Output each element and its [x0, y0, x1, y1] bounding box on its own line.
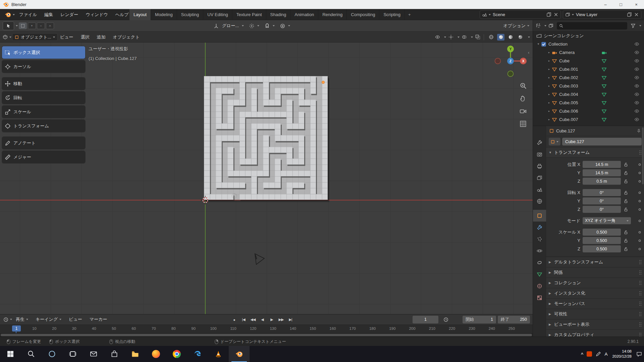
workspace-tab-layout[interactable]: Layout [129, 9, 151, 20]
object-name-field[interactable]: Cube.127 [562, 138, 642, 145]
camera-object[interactable] [252, 252, 267, 266]
outliner-row-camera[interactable]: ▸Camera [533, 48, 644, 57]
properties-tab-view-layer[interactable] [533, 172, 546, 184]
expand-arrow-icon[interactable]: ▸ [546, 76, 552, 79]
topbar-menu-2[interactable]: レンダー [57, 9, 82, 20]
select-mode-extend-button[interactable]: + [28, 22, 36, 29]
shading-rendered-button[interactable] [517, 34, 524, 41]
expand-arrow-icon[interactable]: ▸ [546, 93, 552, 96]
taskbar-media-player[interactable] [208, 346, 229, 362]
ime-indicator[interactable]: A [604, 352, 607, 357]
taskbar-task-view[interactable] [62, 346, 83, 362]
maximize-button[interactable]: □ [613, 0, 629, 9]
object-id-chip[interactable] [549, 138, 560, 145]
outliner-row-cube-001[interactable]: ▸Cube.001 [533, 65, 644, 73]
section-3[interactable]: ▶インスタンス化 [546, 288, 644, 298]
options-dropdown[interactable]: オプション [503, 23, 526, 29]
lock-icon[interactable] [624, 162, 628, 167]
display-mode-icon[interactable] [548, 23, 553, 28]
lock-icon[interactable] [624, 207, 628, 212]
properties-tab-physics[interactable] [533, 245, 546, 257]
expand-arrow-icon[interactable]: ▸ [546, 51, 552, 54]
tool-transform[interactable]: トランスフォーム [2, 120, 85, 132]
section-4[interactable]: ▶モーションパス [546, 298, 644, 309]
close-button[interactable]: × [629, 0, 644, 9]
new-scene-icon[interactable] [546, 12, 551, 17]
taskbar-edge[interactable] [187, 346, 208, 362]
lock-icon[interactable] [624, 247, 628, 251]
properties-tab-object-data[interactable] [533, 268, 546, 280]
animate-dot-icon[interactable] [638, 208, 641, 211]
viewport-menu-0[interactable]: ビュー [56, 32, 77, 43]
record-button[interactable]: ● [230, 316, 238, 323]
properties-tab-tool[interactable] [533, 137, 546, 148]
expand-arrow-icon[interactable]: ▸ [546, 110, 552, 113]
properties-tab-modifiers[interactable] [533, 222, 546, 233]
lock-icon[interactable] [624, 199, 628, 203]
animate-dot-icon[interactable] [638, 248, 641, 250]
properties-tab-texture[interactable] [533, 292, 546, 304]
jump-to-start-button[interactable]: |◀ [239, 316, 248, 323]
visibility-eye-icon[interactable] [634, 67, 639, 72]
transform-value-field[interactable]: 0° [583, 197, 621, 204]
gizmo-neg-y-ball[interactable] [508, 71, 514, 77]
outliner-row-cube-003[interactable]: ▸Cube.003 [533, 82, 644, 90]
viewport-menu-2[interactable]: 追加 [93, 32, 109, 43]
taskbar-chrome[interactable] [166, 346, 187, 362]
editor-type-outliner-icon[interactable] [536, 23, 541, 28]
workspace-tab-uv-editing[interactable]: UV Editing [203, 9, 232, 20]
scene-name[interactable]: Scene [493, 12, 544, 17]
tool-box-select[interactable]: ボックス選択 [2, 46, 85, 59]
region-collapse-arrow[interactable]: ‹ [528, 50, 529, 55]
visibility-eye-icon[interactable] [634, 42, 639, 47]
animate-dot-icon[interactable] [638, 172, 641, 174]
outliner-row-scene-collection[interactable]: シーンコレクション [533, 32, 644, 40]
properties-tab-material[interactable] [533, 280, 546, 292]
proportional-editing-icon[interactable] [280, 23, 285, 28]
animate-dot-icon[interactable] [638, 239, 641, 242]
outliner-row-cube-007[interactable]: ▸Cube.007 [533, 115, 644, 124]
properties-tab-particles[interactable] [533, 233, 546, 245]
transform-value-field[interactable]: 0.5 m [583, 178, 621, 185]
transform-value-field[interactable]: 0.500 [583, 237, 621, 244]
current-frame-field[interactable]: 1 [413, 316, 438, 323]
workspace-tab-scripting[interactable]: Scripting [379, 9, 405, 20]
filter-funnel-icon[interactable] [631, 23, 636, 28]
taskbar-mail[interactable] [83, 346, 104, 362]
minimize-button[interactable]: – [598, 0, 613, 9]
animate-dot-icon[interactable] [638, 231, 641, 234]
overlays-icon[interactable] [462, 35, 467, 40]
playhead-marker[interactable]: 1 [12, 325, 21, 331]
tool-move[interactable]: 移動 [2, 77, 85, 90]
tool-annotate[interactable]: アノテート [2, 137, 85, 149]
taskbar-clock[interactable]: 14:08 2020/12/28 [612, 349, 632, 359]
play-button[interactable]: ▶ [268, 316, 276, 323]
section-1[interactable]: ▶関係 [546, 267, 644, 278]
transform-panel-header[interactable]: ▼ トランスフォーム [546, 147, 644, 158]
transform-value-field[interactable]: 14.5 m [583, 161, 621, 168]
viewport-menu-3[interactable]: オブジェクト [109, 32, 144, 43]
outliner-row-cube-002[interactable]: ▸Cube.002 [533, 73, 644, 82]
windows-ink-pen-icon[interactable] [595, 351, 601, 357]
view-layer-name[interactable]: View Layer [576, 12, 624, 17]
taskbar-file-explorer[interactable] [125, 346, 146, 362]
outliner-row-cube[interactable]: ▸Cube [533, 57, 644, 65]
pin-icon[interactable] [637, 129, 641, 133]
animate-dot-icon[interactable] [638, 191, 641, 194]
select-mode-subtract-button[interactable]: − [37, 22, 45, 29]
lock-icon[interactable] [624, 238, 628, 243]
transform-orientation-dropdown[interactable]: グロー... [222, 23, 239, 29]
frame-start-field[interactable]: 開始 1 [463, 316, 496, 323]
shading-wireframe-button[interactable] [487, 34, 495, 41]
section-5[interactable]: ▶可視性 [546, 309, 644, 319]
visibility-eye-icon[interactable] [634, 117, 639, 122]
tool-measure[interactable]: メジャー [2, 151, 85, 163]
gizmo-neg-x-ball[interactable] [495, 58, 501, 64]
properties-tab-object[interactable] [533, 210, 546, 222]
visibility-eye-icon[interactable] [634, 75, 639, 80]
properties-tab-output[interactable] [533, 160, 546, 172]
section-6[interactable]: ▶ビューポート表示 [546, 319, 644, 329]
pivot-point-icon[interactable] [249, 23, 254, 28]
visibility-eye-icon[interactable] [634, 109, 639, 114]
action-center-icon[interactable] [636, 351, 642, 357]
